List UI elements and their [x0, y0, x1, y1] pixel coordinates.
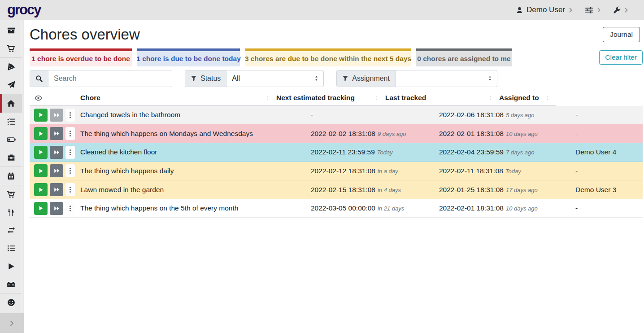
sidebar-item-purchase[interactable] [0, 185, 22, 203]
track-execution-button[interactable] [34, 183, 48, 196]
toolbox-icon [7, 153, 15, 162]
last-tracked-cell: 2022-02-11 18:31:08Today [439, 167, 575, 175]
skip-execution-button[interactable] [50, 164, 63, 177]
last-tracked-cell: 2022-02-06 18:31:085 days ago [439, 111, 575, 119]
chevron-right-icon [9, 320, 15, 326]
tasks-icon [7, 118, 15, 126]
chore-name-link[interactable]: Lawn mowed in the garden [80, 186, 311, 194]
battery-icon [7, 135, 16, 144]
sidebar-item-equipment[interactable] [0, 149, 22, 166]
settings-menu[interactable] [613, 6, 629, 14]
chore-name-link[interactable]: The thing which happens daily [80, 167, 311, 175]
ellipsis-vertical-icon [69, 205, 71, 212]
sidebar-item-chores-overview[interactable] [0, 94, 22, 113]
fast-forward-icon [54, 206, 60, 211]
user-menu[interactable]: Demo User [516, 5, 573, 14]
skip-execution-button[interactable] [50, 146, 63, 159]
play-icon [7, 263, 15, 270]
assignment-filter-label: Assignment [337, 70, 396, 87]
track-execution-button[interactable] [34, 164, 48, 177]
skip-execution-button[interactable] [50, 183, 63, 196]
sidebar-item-tasks[interactable] [0, 113, 22, 131]
column-header-next-estimated-tracking[interactable]: Next estimated tracking [276, 91, 385, 106]
table-row: Lawn mowed in the garden 2022-02-15 18:3… [30, 180, 643, 199]
fast-forward-icon [54, 187, 60, 193]
cart-plus-icon [7, 190, 15, 199]
chore-name-link[interactable]: The thing which happens on Mondays and W… [80, 130, 311, 138]
play-icon [38, 168, 44, 174]
column-header-chore[interactable]: Chore [80, 91, 276, 106]
sort-icon [374, 95, 379, 101]
banner-due-today[interactable]: 1 chore is due to be done today [137, 48, 240, 66]
eye-icon [35, 94, 42, 102]
sidebar-item-inventory[interactable] [0, 239, 22, 257]
sidebar-item-chore-tracking[interactable] [0, 257, 22, 275]
ellipsis-vertical-icon [69, 111, 71, 119]
clear-filter-button[interactable]: Clear filter [599, 50, 643, 65]
chore-name-link[interactable]: The thing which happens on the 5th of ev… [80, 204, 311, 212]
assigned-to-cell: - [575, 130, 643, 138]
row-menu-button[interactable] [65, 202, 75, 215]
sidebar-item-meal-plan[interactable] [0, 76, 22, 94]
list-icon [7, 244, 15, 252]
row-menu-button[interactable] [65, 164, 75, 177]
filter-row: Status All Assignment [30, 70, 643, 87]
fast-forward-icon [54, 112, 60, 118]
track-execution-button[interactable] [34, 109, 48, 122]
wrench-icon [613, 6, 621, 14]
user-icon [516, 6, 523, 14]
banner-assigned-to-me[interactable]: 0 chores are assigned to me [416, 48, 512, 66]
banner-due-soon[interactable]: 3 chores are due to be done within the n… [245, 48, 411, 66]
sidebar-item-battery-tracking[interactable] [0, 275, 22, 293]
sidebar-item-recipes[interactable] [0, 58, 22, 76]
row-menu-button[interactable] [65, 109, 75, 122]
column-header-assigned-to[interactable]: Assigned to [499, 91, 556, 106]
column-header-last-tracked[interactable]: Last tracked [385, 91, 499, 106]
fast-forward-icon [54, 131, 60, 136]
search-group [30, 70, 172, 87]
row-menu-button[interactable] [65, 183, 75, 196]
skip-execution-button [50, 109, 63, 122]
column-visibility-header[interactable] [30, 91, 80, 106]
search-input[interactable] [48, 70, 172, 87]
track-execution-button[interactable] [34, 202, 48, 215]
chore-name-link[interactable]: Cleaned the kitchen floor [80, 148, 311, 156]
sidebar-item-calendar[interactable] [0, 167, 22, 185]
fast-forward-icon [54, 168, 60, 174]
utensils-icon [7, 209, 15, 216]
ellipsis-vertical-icon [69, 149, 71, 156]
play-icon [38, 187, 44, 193]
journal-button[interactable]: Journal [603, 27, 640, 42]
sort-icon [265, 95, 270, 101]
chevron-down-icon [568, 8, 573, 13]
track-execution-button[interactable] [34, 146, 48, 159]
row-menu-button[interactable] [65, 146, 75, 159]
home-icon [7, 99, 15, 108]
page-title: Chores overview [30, 25, 140, 44]
manage-master-data-menu[interactable] [585, 6, 601, 14]
status-select[interactable]: All [226, 70, 323, 87]
status-filter-group: Status All [185, 70, 324, 87]
sidebar-item-shopping-list[interactable] [0, 39, 22, 57]
next-tracking-cell: 2022-02-02 18:31:089 days ago [311, 130, 439, 138]
play-icon [38, 131, 44, 136]
sidebar-item-transfer[interactable] [0, 221, 22, 239]
sidebar [0, 20, 24, 333]
sidebar-item-batteries-overview[interactable] [0, 131, 22, 149]
skip-execution-button[interactable] [50, 127, 63, 140]
sidebar-item-stock-overview[interactable] [0, 22, 22, 39]
sidebar-item-consume[interactable] [0, 203, 22, 221]
banner-overdue[interactable]: 1 chore is overdue to be done [30, 48, 132, 66]
skip-execution-button[interactable] [50, 202, 63, 215]
assignment-select[interactable] [396, 70, 497, 87]
sidebar-item-user-entities[interactable] [0, 294, 22, 311]
grocy-logo[interactable]: grocy [7, 2, 40, 18]
expand-sidebar-button[interactable] [0, 313, 24, 333]
row-menu-button[interactable] [65, 127, 75, 140]
track-execution-button[interactable] [34, 127, 48, 140]
exchange-arrows-icon [7, 226, 15, 234]
chevron-down-icon [596, 8, 601, 13]
chore-name-link[interactable]: Changed towels in the bathroom [80, 111, 311, 119]
sort-icon [545, 95, 550, 101]
next-tracking-cell: - [311, 111, 439, 119]
